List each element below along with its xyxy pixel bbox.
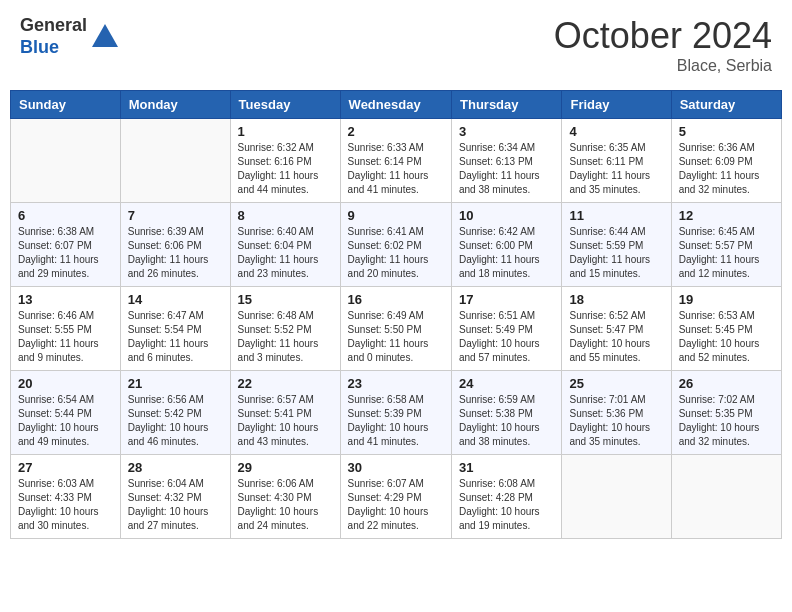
- calendar-table: Sunday Monday Tuesday Wednesday Thursday…: [10, 90, 782, 539]
- day-number: 9: [348, 208, 444, 223]
- table-row: 25Sunrise: 7:01 AM Sunset: 5:36 PM Dayli…: [562, 371, 671, 455]
- title-section: October 2024 Blace, Serbia: [554, 15, 772, 75]
- day-info: Sunrise: 6:47 AM Sunset: 5:54 PM Dayligh…: [128, 309, 223, 365]
- day-number: 13: [18, 292, 113, 307]
- table-row: 12Sunrise: 6:45 AM Sunset: 5:57 PM Dayli…: [671, 203, 781, 287]
- day-info: Sunrise: 6:41 AM Sunset: 6:02 PM Dayligh…: [348, 225, 444, 281]
- logo-blue-text: Blue: [20, 37, 87, 59]
- day-info: Sunrise: 6:08 AM Sunset: 4:28 PM Dayligh…: [459, 477, 554, 533]
- day-info: Sunrise: 6:58 AM Sunset: 5:39 PM Dayligh…: [348, 393, 444, 449]
- day-info: Sunrise: 6:06 AM Sunset: 4:30 PM Dayligh…: [238, 477, 333, 533]
- day-info: Sunrise: 6:03 AM Sunset: 4:33 PM Dayligh…: [18, 477, 113, 533]
- location: Blace, Serbia: [554, 57, 772, 75]
- day-info: Sunrise: 6:48 AM Sunset: 5:52 PM Dayligh…: [238, 309, 333, 365]
- table-row: 2Sunrise: 6:33 AM Sunset: 6:14 PM Daylig…: [340, 119, 451, 203]
- day-number: 30: [348, 460, 444, 475]
- day-number: 3: [459, 124, 554, 139]
- day-number: 6: [18, 208, 113, 223]
- day-info: Sunrise: 6:53 AM Sunset: 5:45 PM Dayligh…: [679, 309, 774, 365]
- day-info: Sunrise: 6:57 AM Sunset: 5:41 PM Dayligh…: [238, 393, 333, 449]
- table-row: 18Sunrise: 6:52 AM Sunset: 5:47 PM Dayli…: [562, 287, 671, 371]
- calendar-week-row: 6Sunrise: 6:38 AM Sunset: 6:07 PM Daylig…: [11, 203, 782, 287]
- table-row: 3Sunrise: 6:34 AM Sunset: 6:13 PM Daylig…: [452, 119, 562, 203]
- table-row: [120, 119, 230, 203]
- day-number: 24: [459, 376, 554, 391]
- day-info: Sunrise: 6:42 AM Sunset: 6:00 PM Dayligh…: [459, 225, 554, 281]
- day-info: Sunrise: 7:02 AM Sunset: 5:35 PM Dayligh…: [679, 393, 774, 449]
- table-row: 10Sunrise: 6:42 AM Sunset: 6:00 PM Dayli…: [452, 203, 562, 287]
- day-info: Sunrise: 6:07 AM Sunset: 4:29 PM Dayligh…: [348, 477, 444, 533]
- logo-icon: [90, 22, 120, 52]
- calendar-week-row: 1Sunrise: 6:32 AM Sunset: 6:16 PM Daylig…: [11, 119, 782, 203]
- header-monday: Monday: [120, 91, 230, 119]
- day-info: Sunrise: 6:40 AM Sunset: 6:04 PM Dayligh…: [238, 225, 333, 281]
- day-info: Sunrise: 6:45 AM Sunset: 5:57 PM Dayligh…: [679, 225, 774, 281]
- table-row: 23Sunrise: 6:58 AM Sunset: 5:39 PM Dayli…: [340, 371, 451, 455]
- day-info: Sunrise: 6:54 AM Sunset: 5:44 PM Dayligh…: [18, 393, 113, 449]
- day-number: 11: [569, 208, 663, 223]
- table-row: 5Sunrise: 6:36 AM Sunset: 6:09 PM Daylig…: [671, 119, 781, 203]
- table-row: 15Sunrise: 6:48 AM Sunset: 5:52 PM Dayli…: [230, 287, 340, 371]
- day-info: Sunrise: 6:36 AM Sunset: 6:09 PM Dayligh…: [679, 141, 774, 197]
- day-info: Sunrise: 6:51 AM Sunset: 5:49 PM Dayligh…: [459, 309, 554, 365]
- day-number: 2: [348, 124, 444, 139]
- day-info: Sunrise: 6:32 AM Sunset: 6:16 PM Dayligh…: [238, 141, 333, 197]
- day-number: 12: [679, 208, 774, 223]
- header-sunday: Sunday: [11, 91, 121, 119]
- table-row: 6Sunrise: 6:38 AM Sunset: 6:07 PM Daylig…: [11, 203, 121, 287]
- table-row: 22Sunrise: 6:57 AM Sunset: 5:41 PM Dayli…: [230, 371, 340, 455]
- day-info: Sunrise: 6:49 AM Sunset: 5:50 PM Dayligh…: [348, 309, 444, 365]
- day-number: 22: [238, 376, 333, 391]
- day-info: Sunrise: 7:01 AM Sunset: 5:36 PM Dayligh…: [569, 393, 663, 449]
- day-info: Sunrise: 6:46 AM Sunset: 5:55 PM Dayligh…: [18, 309, 113, 365]
- day-info: Sunrise: 6:34 AM Sunset: 6:13 PM Dayligh…: [459, 141, 554, 197]
- table-row: 14Sunrise: 6:47 AM Sunset: 5:54 PM Dayli…: [120, 287, 230, 371]
- day-number: 5: [679, 124, 774, 139]
- day-number: 7: [128, 208, 223, 223]
- day-number: 18: [569, 292, 663, 307]
- table-row: 27Sunrise: 6:03 AM Sunset: 4:33 PM Dayli…: [11, 455, 121, 539]
- day-info: Sunrise: 6:52 AM Sunset: 5:47 PM Dayligh…: [569, 309, 663, 365]
- calendar-header-row: Sunday Monday Tuesday Wednesday Thursday…: [11, 91, 782, 119]
- day-number: 8: [238, 208, 333, 223]
- day-info: Sunrise: 6:59 AM Sunset: 5:38 PM Dayligh…: [459, 393, 554, 449]
- day-number: 10: [459, 208, 554, 223]
- svg-marker-0: [92, 24, 118, 47]
- table-row: 26Sunrise: 7:02 AM Sunset: 5:35 PM Dayli…: [671, 371, 781, 455]
- day-number: 1: [238, 124, 333, 139]
- day-info: Sunrise: 6:44 AM Sunset: 5:59 PM Dayligh…: [569, 225, 663, 281]
- day-number: 23: [348, 376, 444, 391]
- table-row: 24Sunrise: 6:59 AM Sunset: 5:38 PM Dayli…: [452, 371, 562, 455]
- header-tuesday: Tuesday: [230, 91, 340, 119]
- table-row: 1Sunrise: 6:32 AM Sunset: 6:16 PM Daylig…: [230, 119, 340, 203]
- day-info: Sunrise: 6:56 AM Sunset: 5:42 PM Dayligh…: [128, 393, 223, 449]
- calendar-week-row: 13Sunrise: 6:46 AM Sunset: 5:55 PM Dayli…: [11, 287, 782, 371]
- table-row: 4Sunrise: 6:35 AM Sunset: 6:11 PM Daylig…: [562, 119, 671, 203]
- day-number: 14: [128, 292, 223, 307]
- page-header: General Blue October 2024 Blace, Serbia: [10, 10, 782, 80]
- calendar-week-row: 27Sunrise: 6:03 AM Sunset: 4:33 PM Dayli…: [11, 455, 782, 539]
- table-row: 30Sunrise: 6:07 AM Sunset: 4:29 PM Dayli…: [340, 455, 451, 539]
- table-row: 21Sunrise: 6:56 AM Sunset: 5:42 PM Dayli…: [120, 371, 230, 455]
- table-row: 20Sunrise: 6:54 AM Sunset: 5:44 PM Dayli…: [11, 371, 121, 455]
- header-friday: Friday: [562, 91, 671, 119]
- table-row: 28Sunrise: 6:04 AM Sunset: 4:32 PM Dayli…: [120, 455, 230, 539]
- day-info: Sunrise: 6:38 AM Sunset: 6:07 PM Dayligh…: [18, 225, 113, 281]
- day-number: 25: [569, 376, 663, 391]
- header-thursday: Thursday: [452, 91, 562, 119]
- table-row: 8Sunrise: 6:40 AM Sunset: 6:04 PM Daylig…: [230, 203, 340, 287]
- day-number: 28: [128, 460, 223, 475]
- logo-general-text: General: [20, 15, 87, 37]
- day-info: Sunrise: 6:04 AM Sunset: 4:32 PM Dayligh…: [128, 477, 223, 533]
- day-number: 31: [459, 460, 554, 475]
- table-row: [671, 455, 781, 539]
- table-row: 7Sunrise: 6:39 AM Sunset: 6:06 PM Daylig…: [120, 203, 230, 287]
- table-row: 17Sunrise: 6:51 AM Sunset: 5:49 PM Dayli…: [452, 287, 562, 371]
- day-info: Sunrise: 6:35 AM Sunset: 6:11 PM Dayligh…: [569, 141, 663, 197]
- table-row: 11Sunrise: 6:44 AM Sunset: 5:59 PM Dayli…: [562, 203, 671, 287]
- day-number: 20: [18, 376, 113, 391]
- table-row: 31Sunrise: 6:08 AM Sunset: 4:28 PM Dayli…: [452, 455, 562, 539]
- day-number: 27: [18, 460, 113, 475]
- day-number: 21: [128, 376, 223, 391]
- calendar-week-row: 20Sunrise: 6:54 AM Sunset: 5:44 PM Dayli…: [11, 371, 782, 455]
